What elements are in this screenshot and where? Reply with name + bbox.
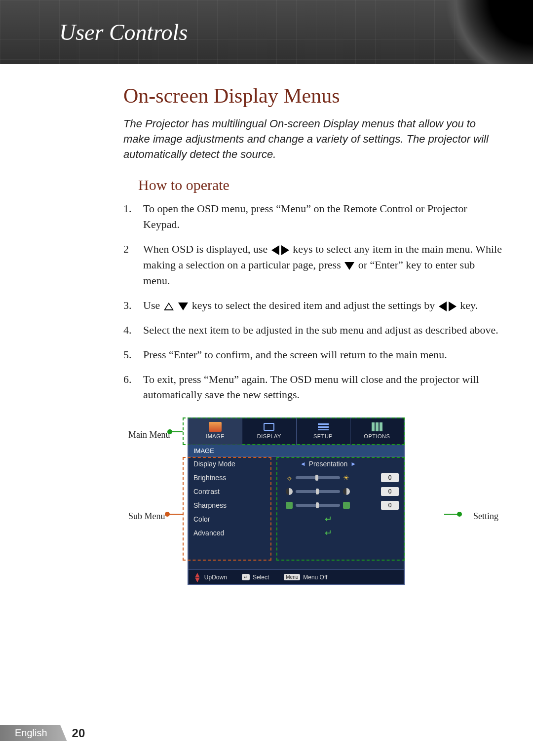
osd-tabs: IMAGE DISPLAY SETUP OPTIONS [189, 418, 404, 445]
left-arrow-icon [271, 245, 279, 255]
contrast-slider[interactable] [296, 490, 340, 493]
step-5: Press “Enter” to confirm, and the screen… [123, 347, 503, 363]
updown-icon: ▲▼ [193, 572, 201, 582]
osd-row-color[interactable]: Color ↵ [189, 512, 404, 526]
osd-tab-setup[interactable]: SETUP [297, 418, 350, 445]
osd-panel: IMAGE DISPLAY SETUP OPTIONS IMAGE Displa… [188, 417, 405, 585]
osd-hint-menu-off: Menu Menu Off [284, 574, 327, 581]
step-2: When OSD is displayed, use keys to selec… [123, 241, 503, 289]
osd-row-sharpness[interactable]: Sharpness 0 [189, 498, 404, 512]
brightness-slider[interactable] [296, 476, 340, 479]
setup-tab-icon [318, 423, 329, 430]
callout-line-sub [168, 514, 183, 515]
step-3: Use keys to select the desired item and … [123, 298, 503, 313]
osd-hint-select: ↵ Select [242, 574, 269, 581]
menu-key-icon: Menu [284, 574, 300, 580]
header-band: User Controls [0, 0, 533, 64]
osd-tab-options[interactable]: OPTIONS [350, 418, 404, 445]
image-tab-icon [209, 422, 222, 432]
subsection-title: How to operate [138, 177, 503, 193]
osd-row-brightness[interactable]: Brightness ☼☀ 0 [189, 471, 404, 485]
sharpness-slider[interactable] [296, 504, 340, 507]
language-indicator: English [0, 725, 67, 741]
instruction-list: To open the OSD menu, press “Menu” on th… [123, 201, 503, 403]
callout-line-main [170, 431, 183, 432]
down-arrow-icon [178, 302, 188, 310]
osd-row-advanced[interactable]: Advanced ↵ [189, 526, 404, 540]
osd-tab-image[interactable]: IMAGE [189, 418, 242, 445]
page-number: 20 [72, 726, 85, 740]
left-selector-icon: ◄ [300, 460, 306, 467]
intro-paragraph: The Projector has multilingual On-screen… [123, 116, 503, 162]
page-footer: English 20 [0, 725, 85, 741]
osd-row-display-mode[interactable]: Display Mode ◄Presentation► [189, 457, 404, 471]
osd-tab-display[interactable]: DISPLAY [242, 418, 296, 445]
sharpness-high-icon [343, 502, 350, 509]
callout-line-setting [444, 514, 459, 515]
up-arrow-outline-icon [164, 302, 174, 310]
osd-hint-updown: ▲▼ UpDown [193, 572, 227, 582]
label-sub-menu: Sub Menu [128, 511, 165, 522]
enter-icon: ↵ [325, 528, 332, 538]
page-content: On-screen Display Menus The Projector ha… [0, 64, 533, 585]
brightness-low-icon: ☼ [286, 474, 293, 482]
right-arrow-icon [449, 302, 457, 311]
step-6: To exit, press “Menu” again. The OSD men… [123, 372, 503, 403]
right-arrow-icon [281, 245, 289, 255]
contrast-high-icon [343, 488, 350, 495]
sharpness-low-icon [286, 502, 293, 509]
contrast-low-icon [286, 488, 293, 495]
page-title: On-screen Display Menus [123, 84, 503, 108]
display-tab-icon [264, 423, 274, 431]
osd-footer: ▲▼ UpDown ↵ Select Menu Menu Off [189, 569, 404, 584]
enter-key-icon: ↵ [242, 574, 250, 580]
osd-subheader: IMAGE [189, 445, 404, 457]
brightness-high-icon: ☀ [343, 474, 349, 482]
osd-row-contrast[interactable]: Contrast 0 [189, 485, 404, 498]
sharpness-value: 0 [381, 501, 399, 510]
label-main-menu: Main Menu [128, 430, 170, 440]
osd-diagram: Main Menu Sub Menu Setting IMAGE DISPLAY [133, 417, 449, 585]
label-setting: Setting [473, 511, 498, 522]
brightness-value: 0 [381, 473, 399, 482]
lens-decoration [444, 0, 533, 64]
down-arrow-icon [344, 262, 354, 270]
options-tab-icon [372, 422, 375, 431]
left-arrow-icon [439, 302, 447, 311]
section-title: User Controls [59, 19, 188, 45]
step-4: Select the next item to be adjusted in t… [123, 322, 503, 338]
right-selector-icon: ► [350, 460, 356, 467]
contrast-value: 0 [381, 487, 399, 496]
enter-icon: ↵ [325, 514, 332, 525]
step-1: To open the OSD menu, press “Menu” on th… [123, 201, 503, 232]
